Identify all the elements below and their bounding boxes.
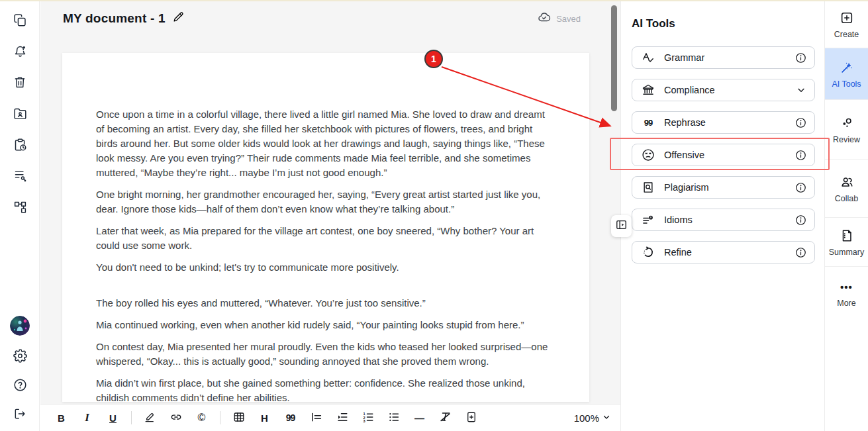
rephrase-tool-button[interactable]: 99 Rephrase: [632, 111, 815, 134]
left-sidebar: [0, 0, 40, 431]
summary-doc-icon: [840, 228, 854, 244]
copyright-button[interactable]: ©: [194, 409, 210, 426]
insert-table-button[interactable]: [231, 409, 247, 426]
heading-button[interactable]: H: [257, 409, 273, 426]
highlight-button[interactable]: [142, 409, 158, 426]
italic-button[interactable]: I: [79, 409, 95, 426]
info-icon[interactable]: [795, 117, 806, 128]
avatar-image: [10, 316, 30, 336]
tool-label: Refine: [664, 247, 692, 258]
formatting-toolbar: B I U © H 99: [40, 404, 620, 431]
tool-label: Offensive: [664, 150, 704, 160]
blockquote-button[interactable]: 99: [283, 409, 299, 426]
tool-label: Grammar: [664, 52, 704, 63]
annotation-step-badge: 1: [424, 50, 443, 68]
edit-title-icon[interactable]: [172, 11, 185, 26]
paragraph: The boy rolled his eyes and muttered, “W…: [96, 296, 554, 311]
bullet-list-button[interactable]: [386, 409, 402, 426]
nav-label: AI Tools: [832, 79, 861, 89]
app-window: MY document - 1 Saved Once upon a time i…: [0, 0, 868, 431]
clear-format-button[interactable]: [438, 409, 454, 426]
nav-summary[interactable]: Summary: [825, 218, 868, 267]
paragraph: Mia continued working, even when another…: [96, 318, 554, 332]
document-page[interactable]: Once upon a time in a colorful village, …: [62, 53, 589, 402]
paragraph: Mia didn’t win first place, but she gain…: [96, 376, 554, 405]
idioms-tool-button[interactable]: Idioms: [632, 209, 815, 231]
documents-button[interactable]: [12, 13, 28, 29]
add-page-button[interactable]: [463, 409, 479, 426]
logout-icon: [13, 407, 26, 423]
scrollbar-thumb[interactable]: [611, 5, 617, 111]
nav-label: Collab: [835, 194, 858, 203]
nav-create[interactable]: Create: [825, 1, 868, 48]
info-icon[interactable]: [795, 182, 806, 193]
info-icon[interactable]: [795, 215, 806, 226]
document-text: Once upon a time in a colorful village, …: [62, 53, 589, 405]
help-button[interactable]: [12, 378, 28, 394]
align-left-button[interactable]: [309, 409, 324, 426]
folder-user-icon: [13, 107, 27, 123]
nav-collab[interactable]: Collab: [825, 160, 868, 218]
offensive-tool-button[interactable]: Offensive: [632, 144, 815, 166]
nav-label: Review: [833, 135, 860, 144]
insert-link-button[interactable]: [168, 409, 184, 426]
idioms-icon: [641, 213, 655, 226]
zoom-control[interactable]: 100%: [574, 412, 611, 424]
info-icon[interactable]: [795, 150, 806, 161]
cloud-saved-icon: [538, 11, 551, 26]
paragraph: One bright morning, her grandmother enco…: [96, 187, 554, 216]
tool-label: Idioms: [664, 215, 693, 225]
collapse-panel-button[interactable]: [611, 215, 632, 237]
ai-tools-panel: AI Tools Grammar Compliance: [620, 1, 824, 431]
shared-folder-button[interactable]: [12, 107, 28, 122]
plagiarism-tool-button[interactable]: Plagiarism: [632, 176, 815, 199]
clipboard-history-button[interactable]: [12, 138, 28, 154]
trash-icon: [13, 75, 26, 91]
nav-more[interactable]: ••• More: [825, 267, 868, 320]
offensive-face-icon: [641, 148, 655, 162]
more-ellipsis-icon: •••: [840, 279, 853, 295]
sitemap-button[interactable]: [12, 200, 28, 216]
user-avatar[interactable]: [10, 316, 30, 336]
form-share-icon: [13, 169, 27, 185]
rephrase-quote-icon: 99: [641, 118, 655, 128]
underline-button[interactable]: U: [105, 409, 121, 426]
tool-label: Plagiarism: [664, 182, 709, 193]
indent-button[interactable]: [334, 409, 350, 426]
info-icon[interactable]: [795, 247, 806, 258]
nav-label: Summary: [829, 248, 864, 257]
panel-toggle-icon: [615, 218, 628, 234]
chevron-down-icon: [602, 412, 611, 424]
info-icon[interactable]: [795, 52, 806, 64]
nav-review[interactable]: Review: [825, 100, 868, 160]
help-icon: [13, 378, 27, 395]
paragraph: Later that week, as Mia prepared for the…: [96, 224, 554, 253]
workflow-form-button[interactable]: [12, 169, 28, 185]
sitemap-icon: [13, 200, 27, 216]
zoom-level: 100%: [574, 412, 599, 424]
svg-text:3: 3: [363, 419, 365, 423]
bold-button[interactable]: B: [54, 409, 70, 426]
ordered-list-button[interactable]: 123: [360, 409, 376, 426]
horizontal-rule-button[interactable]: —: [412, 409, 428, 426]
paragraph: You don't need to be unkind; let's try t…: [96, 260, 554, 275]
link-icon: [169, 410, 183, 426]
refine-tool-button[interactable]: Refine: [632, 241, 815, 263]
refine-icon: [641, 246, 655, 259]
document-workspace: MY document - 1 Saved Once upon a time i…: [40, 1, 620, 431]
settings-button[interactable]: [12, 349, 28, 365]
trash-button[interactable]: [12, 75, 28, 91]
highlight-pen-icon: [144, 410, 156, 425]
gear-icon: [13, 349, 27, 365]
notification-bell-icon: [13, 44, 27, 61]
nav-label: More: [837, 299, 855, 308]
grammar-tool-button[interactable]: Grammar: [632, 46, 815, 69]
bullet-list-icon: [388, 411, 400, 425]
notifications-button[interactable]: [12, 44, 28, 60]
save-status: Saved: [538, 11, 581, 26]
logout-button[interactable]: [12, 407, 28, 423]
chevron-down-icon[interactable]: [796, 85, 806, 95]
compliance-tool-button[interactable]: Compliance: [632, 79, 815, 101]
nav-ai-tools[interactable]: AI Tools: [825, 48, 868, 100]
top-accent-line: [0, 0, 868, 1]
